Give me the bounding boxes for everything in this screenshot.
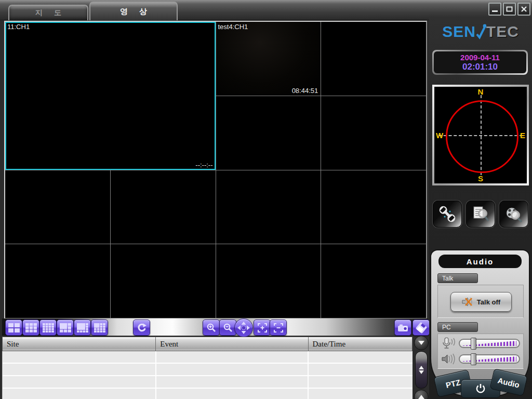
layout-16-split-button[interactable] — [39, 320, 57, 336]
datetime-display: 2009-04-11 02:01:10 — [432, 50, 528, 75]
wrench-icon — [438, 205, 457, 223]
table-row[interactable] — [3, 364, 413, 376]
video-cell-empty[interactable] — [321, 170, 426, 244]
column-header-site[interactable]: Site — [3, 337, 156, 351]
column-header-datetime[interactable]: Date/Time — [309, 337, 413, 351]
video-cell-empty[interactable] — [216, 96, 321, 170]
table-cell — [156, 389, 309, 399]
layout-13-split-button[interactable] — [91, 320, 108, 336]
compass-east-label: E — [520, 131, 525, 140]
pan-control-button[interactable] — [234, 318, 253, 337]
scroll-up-button[interactable] — [414, 390, 429, 399]
focus-in-button[interactable] — [254, 320, 271, 336]
tab-video[interactable]: 영 상 — [89, 2, 178, 20]
compass-west-label: W — [436, 131, 443, 140]
table-row[interactable] — [3, 376, 413, 389]
table-cell — [309, 351, 413, 363]
video-cell-empty[interactable] — [5, 170, 110, 244]
table-cell — [3, 376, 156, 388]
video-cell-empty[interactable] — [5, 244, 110, 318]
zoom-in-button[interactable] — [203, 320, 220, 336]
close-button[interactable] — [517, 3, 530, 16]
floppy-disk-icon — [416, 322, 427, 334]
arrow-down-icon — [419, 370, 424, 374]
focus-in-icon — [257, 323, 268, 333]
camera-icon — [397, 323, 409, 332]
camera-timestamp: 08:44:51 — [292, 87, 318, 95]
table-cell — [156, 376, 309, 388]
focus-out-button[interactable] — [270, 320, 287, 336]
event-table-body — [2, 351, 413, 399]
speaker-muted-icon — [462, 296, 474, 308]
log-search-button[interactable] — [466, 201, 495, 228]
layout-9-split-button[interactable] — [22, 320, 39, 336]
save-button[interactable] — [413, 320, 430, 336]
talk-off-button[interactable]: Talk off — [450, 292, 512, 312]
video-toolbar — [2, 318, 428, 336]
video-cell-empty[interactable] — [321, 96, 426, 170]
mic-volume-thumb[interactable] — [471, 338, 476, 350]
minimize-icon — [491, 6, 498, 12]
minimize-button[interactable] — [488, 3, 501, 16]
video-cell-test4[interactable]: test4:CH1 08:44:51 — [216, 22, 321, 96]
layout-13-grid-icon — [94, 323, 105, 332]
event-table-header: Site Event Date/Time — [2, 337, 413, 351]
speaker-volume-slider[interactable] — [459, 354, 520, 364]
camera-label: 11:CH1 — [7, 23, 30, 31]
tab-map[interactable]: 지 도 — [8, 5, 88, 20]
app-window: 지 도 영 상 11:CH1 --:--:-- test4:CH1 08:44:… — [0, 0, 532, 399]
column-header-event[interactable]: Event — [156, 337, 308, 351]
speaker-volume-thumb[interactable] — [471, 353, 476, 365]
table-cell — [3, 364, 156, 375]
zoom-in-icon — [206, 323, 217, 333]
camera-timestamp: --:--:-- — [195, 161, 212, 169]
compass-south-label: S — [478, 174, 483, 183]
pc-section — [437, 334, 524, 369]
audio-button-label: Audio — [497, 376, 520, 389]
audio-panel: Audio Talk Talk off PC — [430, 249, 530, 397]
tool-buttons — [429, 201, 532, 228]
tab-map-label: 지 도 — [31, 8, 66, 18]
video-cell-main-selected[interactable]: 11:CH1 --:--:-- — [5, 22, 216, 170]
compass-north-label: N — [478, 87, 484, 96]
video-cell-empty[interactable] — [321, 22, 426, 96]
event-table: Site Event Date/Time — [2, 337, 413, 399]
video-cell-empty[interactable] — [111, 244, 216, 318]
event-table-scrollbar — [414, 336, 428, 399]
video-search-button[interactable] — [499, 201, 528, 228]
layout-6-grid-icon — [60, 323, 71, 332]
zoom-out-icon — [223, 323, 233, 333]
layout-16-grid-icon — [43, 323, 54, 332]
ptz-button-label: PTZ — [445, 378, 461, 390]
camera-label: test4:CH1 — [218, 23, 248, 31]
date-value: 2009-04-11 — [460, 53, 500, 62]
table-cell — [156, 364, 309, 375]
layout-4-split-button[interactable] — [5, 320, 22, 336]
pan-arrows-icon — [236, 321, 251, 335]
refresh-icon — [137, 323, 147, 333]
refresh-button[interactable] — [133, 320, 150, 336]
speaker-icon — [441, 353, 457, 365]
brand-check-icon — [476, 23, 486, 41]
scrollbar-thumb[interactable] — [415, 351, 428, 389]
power-icon — [475, 383, 486, 394]
video-cell-empty[interactable] — [321, 244, 426, 318]
layout-8-split-button[interactable] — [74, 320, 91, 336]
video-cell-empty[interactable] — [216, 170, 321, 244]
table-row[interactable] — [3, 389, 413, 399]
layout-6-split-button[interactable] — [57, 320, 74, 336]
maximize-button[interactable] — [503, 3, 516, 16]
video-cell-empty[interactable] — [111, 170, 216, 244]
audio-panel-title: Audio — [438, 255, 522, 268]
table-row[interactable] — [3, 351, 413, 364]
compass-ring[interactable] — [446, 100, 518, 173]
setup-button[interactable] — [433, 201, 462, 228]
tab-video-label: 영 상 — [115, 7, 152, 17]
mic-volume-slider[interactable] — [459, 339, 520, 348]
ptz-compass: N S W E — [432, 85, 529, 185]
snapshot-button[interactable] — [394, 320, 411, 336]
video-cell-empty[interactable] — [216, 244, 321, 318]
close-icon — [521, 6, 527, 12]
scroll-down-button[interactable] — [414, 336, 429, 350]
layout-8-grid-icon — [77, 323, 88, 332]
